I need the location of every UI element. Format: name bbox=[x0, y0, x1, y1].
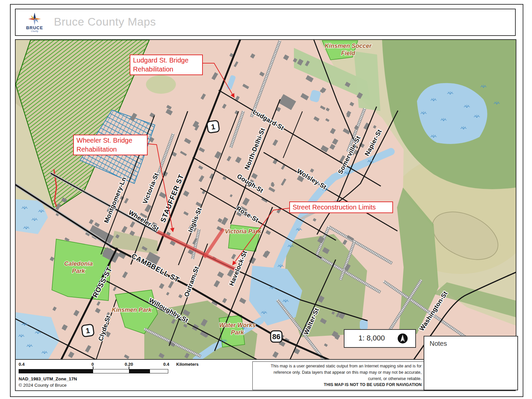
disclaimer-line: reference only. Data layers that appear … bbox=[255, 369, 422, 376]
scalebar-tick bbox=[93, 366, 93, 369]
logo-wordmark: BRUCE bbox=[23, 25, 46, 30]
scale-bar bbox=[19, 369, 168, 373]
svg-text:86: 86 bbox=[272, 332, 280, 341]
disclaimer-box: This map is a user generated static outp… bbox=[252, 361, 425, 390]
map-canvas[interactable]: 1186Ludgard-StNorth-Delhi-StGough-StRose… bbox=[16, 40, 516, 360]
north-arrow-icon bbox=[397, 332, 409, 344]
svg-text:Caledonia: Caledonia bbox=[64, 260, 93, 267]
map-document-page: BRUCE County Bruce County Maps 1186Ludga… bbox=[10, 4, 523, 397]
scalebar-tick bbox=[129, 366, 129, 369]
svg-text:Park: Park bbox=[72, 268, 85, 274]
scalebar-seg bbox=[150, 369, 168, 373]
callout-text: Rehabilitation bbox=[76, 145, 144, 154]
page-canvas: BRUCE County Bruce County Maps 1186Ludga… bbox=[0, 0, 532, 399]
scalebar-seg bbox=[93, 369, 129, 373]
disclaimer-line: current, or otherwise reliable. bbox=[255, 376, 422, 382]
disclaimer-warning: THIS MAP IS NOT TO BE USED FOR NAVIGATIO… bbox=[255, 382, 422, 388]
compass-star-icon bbox=[23, 12, 46, 26]
scalebar-unit: Kilometers bbox=[176, 362, 199, 367]
callout-text: Ludgard St. Bridge bbox=[133, 56, 200, 65]
svg-text:Park: Park bbox=[231, 329, 244, 336]
page-title: Bruce County Maps bbox=[54, 15, 156, 28]
scalebar-seg bbox=[19, 369, 93, 373]
bruce-county-logo: BRUCE County bbox=[23, 12, 46, 33]
notes-box: Notes bbox=[424, 336, 518, 390]
svg-text:Field: Field bbox=[341, 50, 355, 57]
scalebar-label: 0 bbox=[91, 362, 94, 367]
callout-reconstruction-limits: Street Reconstruction Limits bbox=[289, 201, 393, 213]
svg-text:Water Works: Water Works bbox=[219, 322, 255, 329]
scalebar-label: 0.4 bbox=[19, 362, 25, 367]
scale-ratio-text: 1: 8,000 bbox=[358, 334, 385, 342]
callout-ludgard-bridge: Ludgard St. Bridge Rehabilitation bbox=[130, 55, 203, 75]
disclaimer-line: This map is a user generated static outp… bbox=[255, 363, 422, 369]
scalebar-label: 0.20 bbox=[125, 362, 133, 367]
map-viewport[interactable]: 1186Ludgard-StNorth-Delhi-StGough-StRose… bbox=[15, 39, 516, 360]
svg-text:Kinsmen Soccer: Kinsmen Soccer bbox=[325, 43, 372, 49]
logo-subtext: County bbox=[23, 30, 46, 32]
callout-text: Street Reconstruction Limits bbox=[293, 203, 390, 212]
datum-text: NAD_1983_UTM_Zone_17N bbox=[19, 376, 77, 381]
svg-text:Kinsmen Park: Kinsmen Park bbox=[112, 307, 152, 313]
scalebar-label: 0.4 bbox=[163, 362, 169, 367]
notes-label: Notes bbox=[430, 340, 447, 347]
scale-ratio-box: 1: 8,000 bbox=[344, 329, 416, 348]
scalebar-seg bbox=[129, 369, 150, 373]
header-bar: BRUCE County Bruce County Maps bbox=[15, 9, 516, 36]
callout-wheeler-bridge: Wheeler St. Bridge Rehabilitation bbox=[73, 135, 148, 155]
callout-text: Rehabilitation bbox=[133, 65, 200, 74]
callout-text: Wheeler St. Bridge bbox=[76, 136, 144, 145]
copyright-text: © 2024 County of Bruce bbox=[19, 383, 66, 388]
